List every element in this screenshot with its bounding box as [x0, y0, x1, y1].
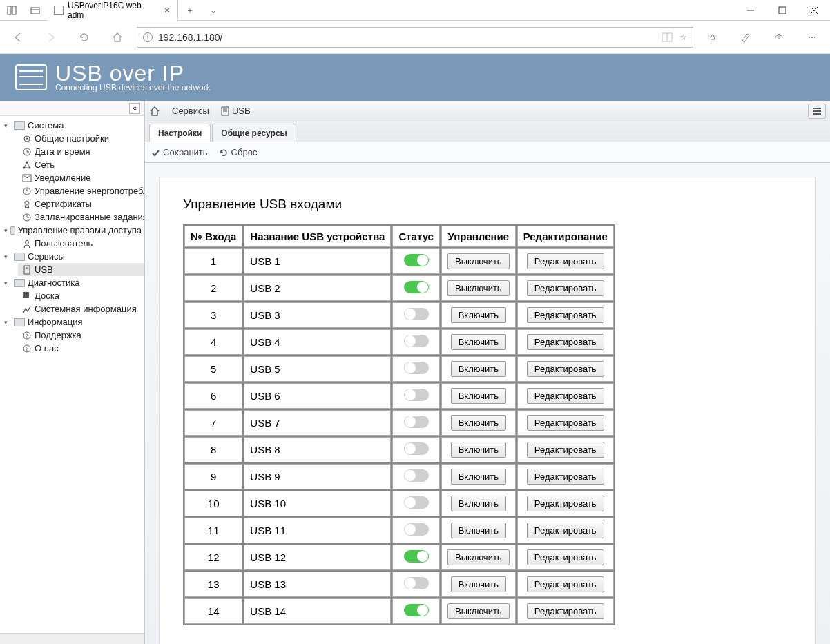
edit-button[interactable]: Редактировать — [527, 415, 604, 431]
turn-off-button[interactable]: Выключить — [447, 280, 510, 296]
cell-device-name: USB 12 — [244, 545, 391, 570]
tab-shared[interactable]: Общие ресурсы — [212, 124, 296, 142]
sidebar-item[interactable]: Сеть — [18, 158, 144, 171]
edit-button[interactable]: Редактировать — [527, 280, 604, 296]
status-toggle[interactable] — [404, 416, 429, 428]
browser-tab-active[interactable]: USBoverIP16C web adm ✕ — [47, 0, 178, 21]
tab-settings[interactable]: Настройки — [149, 124, 211, 142]
share-button[interactable] — [765, 21, 793, 54]
sidebar-item[interactable]: Системная информация — [18, 302, 144, 315]
turn-on-button[interactable]: Включить — [451, 576, 506, 592]
breadcrumb-level2[interactable]: USB — [221, 106, 251, 116]
breadcrumb-home[interactable] — [149, 106, 160, 117]
turn-on-button[interactable]: Включить — [451, 334, 506, 350]
nav-forward-button[interactable] — [37, 21, 65, 54]
sidebar-group[interactable]: ▾Сервисы — [0, 250, 144, 263]
nav-back-button[interactable] — [4, 21, 32, 54]
breadcrumb-level1[interactable]: Сервисы — [172, 106, 209, 116]
sidebar-item[interactable]: Пользователь — [18, 237, 144, 250]
turn-on-button[interactable]: Включить — [451, 442, 506, 458]
sidebar-item[interactable]: Уведомление — [18, 171, 144, 184]
nav-home-button[interactable] — [104, 21, 131, 54]
edit-button[interactable]: Редактировать — [527, 442, 604, 458]
edit-button[interactable]: Редактировать — [527, 361, 604, 377]
status-toggle[interactable] — [404, 389, 429, 401]
edit-button[interactable]: Редактировать — [527, 603, 604, 619]
edit-button[interactable]: Редактировать — [527, 469, 604, 485]
page-menu-button[interactable] — [808, 104, 826, 119]
sidebar-scrollbar[interactable] — [0, 633, 144, 644]
window-maximize-button[interactable] — [766, 0, 798, 20]
site-info-icon[interactable]: i — [143, 32, 153, 42]
turn-off-button[interactable]: Выключить — [447, 549, 510, 565]
reading-view-icon[interactable] — [662, 32, 673, 42]
favorite-star-icon[interactable]: ☆ — [679, 32, 687, 42]
sidebar-item[interactable]: Сертификаты — [18, 197, 144, 211]
sidebar-item[interactable]: Дата и время — [18, 145, 144, 158]
app-icon-2[interactable] — [23, 0, 47, 20]
edit-button[interactable]: Редактировать — [527, 253, 604, 269]
status-toggle[interactable] — [404, 523, 429, 536]
sidebar-group[interactable]: ▾Диагностика — [0, 276, 144, 289]
edit-button[interactable]: Редактировать — [527, 388, 604, 404]
url-input[interactable]: i 192.168.1.180/ ☆ — [137, 27, 693, 48]
status-toggle[interactable] — [404, 577, 429, 589]
edit-button[interactable]: Редактировать — [527, 576, 604, 592]
sidebar-group[interactable]: ▾Информация — [0, 315, 144, 329]
sidebar-item-icon — [22, 304, 32, 314]
edit-button[interactable]: Редактировать — [527, 523, 604, 538]
window-minimize-button[interactable] — [735, 0, 766, 20]
status-toggle[interactable] — [404, 308, 429, 320]
edit-button[interactable]: Редактировать — [527, 496, 604, 511]
turn-on-button[interactable]: Включить — [451, 523, 506, 538]
cell-input-no: 13 — [184, 572, 242, 597]
svg-point-21 — [26, 240, 29, 244]
turn-on-button[interactable]: Включить — [451, 388, 506, 404]
status-toggle[interactable] — [404, 604, 429, 616]
app-icon-1[interactable] — [0, 0, 23, 20]
turn-on-button[interactable]: Включить — [451, 496, 506, 511]
turn-on-button[interactable]: Включить — [451, 307, 506, 323]
cell-device-name: USB 2 — [244, 275, 391, 301]
sidebar-item[interactable]: iО нас — [18, 342, 144, 355]
status-toggle[interactable] — [404, 550, 429, 563]
edit-button[interactable]: Редактировать — [527, 334, 604, 350]
status-toggle[interactable] — [404, 335, 429, 347]
sidebar-item[interactable]: Управление энергопотреблени — [18, 184, 144, 197]
nav-refresh-button[interactable] — [70, 21, 98, 54]
new-tab-button[interactable]: ＋ — [178, 0, 202, 21]
save-button[interactable]: Сохранить — [151, 147, 208, 157]
cell-control: Включить — [441, 464, 516, 489]
notes-button[interactable] — [732, 21, 760, 54]
status-toggle[interactable] — [404, 281, 429, 293]
favorites-button[interactable]: ✩ — [699, 21, 726, 54]
status-toggle[interactable] — [404, 496, 429, 509]
sidebar-item[interactable]: Доска — [18, 289, 144, 302]
sidebar-item[interactable]: USB — [18, 263, 144, 276]
turn-on-button[interactable]: Включить — [451, 361, 506, 377]
turn-on-button[interactable]: Включить — [451, 469, 506, 485]
reset-button[interactable]: Сброс — [219, 147, 258, 157]
tab-close-icon[interactable]: ✕ — [164, 6, 171, 15]
page-tabs: Настройки Общие ресурсы — [145, 121, 830, 142]
sidebar-item[interactable]: Общие настройки — [18, 132, 144, 145]
window-close-button[interactable] — [798, 0, 830, 20]
edit-button[interactable]: Редактировать — [527, 307, 604, 323]
turn-off-button[interactable]: Выключить — [447, 253, 510, 269]
sidebar-tree: ▾СистемаОбщие настройкиДата и времяСетьУ… — [0, 116, 144, 633]
edit-button[interactable]: Редактировать — [527, 549, 604, 565]
sidebar-collapse-button[interactable]: « — [129, 103, 140, 114]
status-toggle[interactable] — [404, 442, 429, 455]
tabs-chevron-icon[interactable]: ⌄ — [202, 0, 225, 21]
turn-on-button[interactable]: Включить — [451, 415, 506, 431]
more-button[interactable]: ⋯ — [798, 21, 826, 54]
status-toggle[interactable] — [404, 362, 429, 374]
status-toggle[interactable] — [404, 254, 429, 266]
sidebar-group[interactable]: ▾Управление правами доступа — [0, 224, 144, 237]
status-toggle[interactable] — [404, 469, 429, 482]
sidebar-item[interactable]: Запланированные задания — [18, 211, 144, 224]
sidebar-item-label: Запланированные задания — [35, 212, 144, 222]
sidebar-group[interactable]: ▾Система — [0, 119, 144, 132]
turn-off-button[interactable]: Выключить — [447, 603, 510, 619]
sidebar-item[interactable]: ?Поддержка — [18, 329, 144, 342]
